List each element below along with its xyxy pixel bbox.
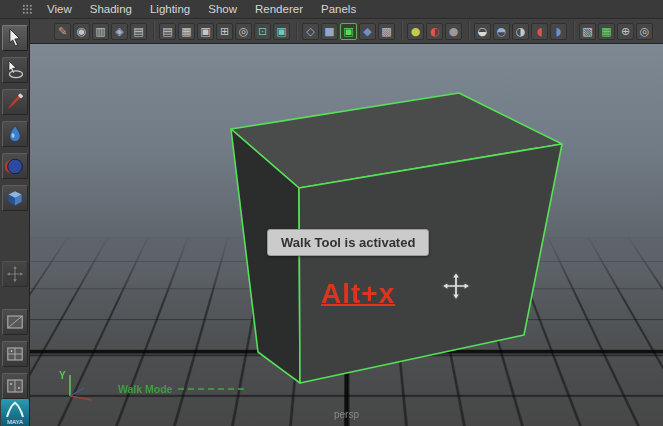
menubar: ViewShadingLightingShowRendererPanels xyxy=(0,0,663,19)
frame-all-icon[interactable]: ▣ xyxy=(273,23,290,40)
motion-blur-icon[interactable]: ◖ xyxy=(531,23,548,40)
paint-selection-tool[interactable] xyxy=(2,89,28,115)
panel-menu-grip-icon[interactable] xyxy=(22,4,33,14)
toolbox-tools xyxy=(0,19,29,399)
view-axis-gizmo: Y xyxy=(54,366,108,406)
move-tool[interactable] xyxy=(2,121,28,147)
camera-lock-icon[interactable]: ◉ xyxy=(73,23,90,40)
walk-tool-tooltip: Walk Tool is activated xyxy=(267,229,429,256)
layout-split-pane-button[interactable] xyxy=(2,373,28,399)
maya-window: ViewShadingLightingShowRendererPanels MA… xyxy=(0,0,663,426)
resolution-gate-icon[interactable]: ▦ xyxy=(178,23,195,40)
textured-mode-icon[interactable]: ▣ xyxy=(340,23,357,40)
bookmarks-icon[interactable]: ◈ xyxy=(111,23,128,40)
single-pane-icon xyxy=(5,312,25,332)
menu-item-lighting[interactable]: Lighting xyxy=(141,0,199,18)
maya-logo-icon: MAYA xyxy=(1,399,29,426)
grease-pencil-icon[interactable]: ✎ xyxy=(54,23,71,40)
film-gate-icon[interactable]: ▤ xyxy=(159,23,176,40)
scale-tool[interactable] xyxy=(2,185,28,211)
menu-item-panels[interactable]: Panels xyxy=(312,0,365,18)
walk-mode-dashes xyxy=(178,388,244,390)
lasso-icon xyxy=(5,60,25,80)
iconbar: ✎◉▥◈▤▤▦▣⊞◎⊡▣◇■▣◆▩●◐●◒◓◑◖◗▧▦⊕◎ xyxy=(30,19,663,44)
pan-cursor-icon xyxy=(440,270,472,302)
toolbox: MAYA xyxy=(0,19,30,426)
wireframe-mode-icon[interactable]: ◇ xyxy=(302,23,319,40)
menubar-items: ViewShadingLightingShowRendererPanels xyxy=(38,0,365,18)
maya-logo-label: MAYA xyxy=(6,419,22,425)
layout-four-pane-button[interactable] xyxy=(2,341,28,367)
menu-item-view[interactable]: View xyxy=(38,0,81,18)
occlusion-icon[interactable]: ◑ xyxy=(512,23,529,40)
paint-brush-icon xyxy=(5,92,25,112)
axis-y-label: Y xyxy=(59,370,66,381)
split-pane-icon xyxy=(5,376,25,396)
iconbar-separator xyxy=(296,22,298,40)
main-area: MAYA ✎◉▥◈▤▤▦▣⊞◎⊡▣◇■▣◆▩●◐●◒◓◑◖◗▧▦⊕◎ Walk … xyxy=(0,19,663,426)
gate-mask-icon[interactable]: ▣ xyxy=(197,23,214,40)
walk-mode-message: Walk Mode xyxy=(118,383,244,395)
scale-cube-icon xyxy=(5,188,25,208)
all-lights-icon[interactable]: ◆ xyxy=(359,23,376,40)
iconbar-separator xyxy=(573,22,575,40)
camera-attributes-icon[interactable]: ▥ xyxy=(92,23,109,40)
maya-logo: MAYA xyxy=(1,399,29,426)
menu-item-shading[interactable]: Shading xyxy=(81,0,141,18)
four-pane-icon xyxy=(5,344,25,364)
drop-icon xyxy=(5,124,25,144)
default-lighting-icon[interactable]: ◒ xyxy=(474,23,491,40)
cross-arrows-icon xyxy=(5,264,25,284)
panel-right: ✎◉▥◈▤▤▦▣⊞◎⊡▣◇■▣◆▩●◐●◒◓◑◖◗▧▦⊕◎ Walk Tool … xyxy=(30,19,663,426)
isolate-select-icon[interactable]: ▧ xyxy=(579,23,596,40)
iconbar-separator xyxy=(401,22,403,40)
safe-title-icon[interactable]: ⊡ xyxy=(254,23,271,40)
multisample-icon[interactable]: ◗ xyxy=(550,23,567,40)
image-plane-icon[interactable]: ▤ xyxy=(130,23,147,40)
select-tool[interactable] xyxy=(2,25,28,51)
menu-item-renderer[interactable]: Renderer xyxy=(246,0,312,18)
plugin-filter-icon[interactable]: ◎ xyxy=(636,23,653,40)
checker-display-icon[interactable]: ▩ xyxy=(378,23,395,40)
select-arrow-icon xyxy=(5,28,25,48)
camera-name-label: persp xyxy=(334,409,359,420)
field-chart-icon[interactable]: ⊞ xyxy=(216,23,233,40)
iconbar-separator xyxy=(468,22,470,40)
gray-material-icon[interactable]: ● xyxy=(445,23,462,40)
shaded-mode-icon[interactable]: ■ xyxy=(321,23,338,40)
rotate-sphere-icon xyxy=(5,156,25,176)
joints-xray-icon[interactable]: ⊕ xyxy=(617,23,634,40)
shadows-icon[interactable]: ◓ xyxy=(493,23,510,40)
universal-manipulator-tool[interactable] xyxy=(2,261,28,287)
xray-icon[interactable]: ▦ xyxy=(598,23,615,40)
hotkey-annotation: Alt+x xyxy=(321,278,395,310)
shaded-material-icon[interactable]: ◐ xyxy=(426,23,443,40)
default-material-icon[interactable]: ● xyxy=(407,23,424,40)
walk-mode-label: Walk Mode xyxy=(118,383,172,395)
rotate-tool[interactable] xyxy=(2,153,28,179)
viewport-canvas[interactable]: Walk Tool is activated Alt+x Walk Mode Y… xyxy=(30,44,663,426)
safe-action-icon[interactable]: ◎ xyxy=(235,23,252,40)
lasso-tool[interactable] xyxy=(2,57,28,83)
iconbar-separator xyxy=(153,22,155,40)
layout-single-pane-button[interactable] xyxy=(2,309,28,335)
menu-item-show[interactable]: Show xyxy=(199,0,246,18)
